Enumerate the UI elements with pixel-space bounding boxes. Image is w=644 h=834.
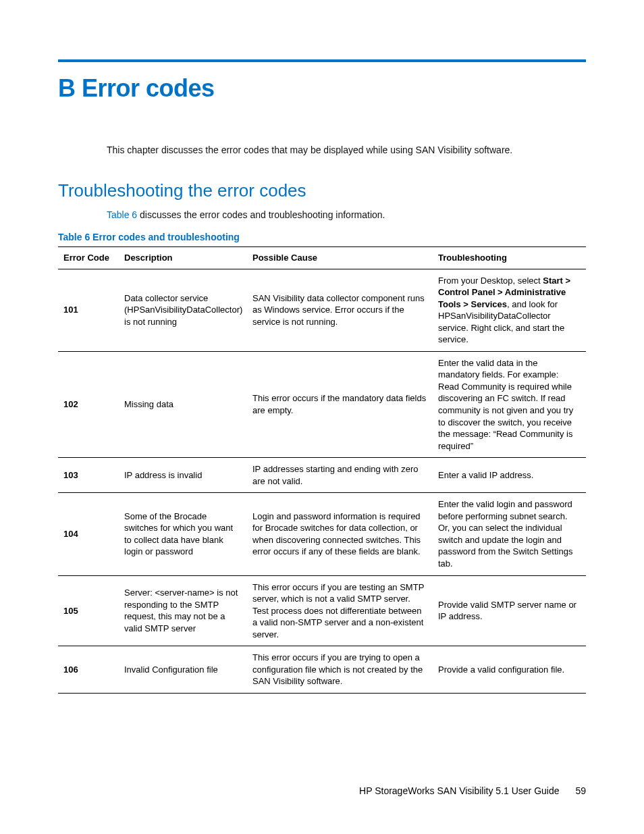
table-row: 102Missing dataThis error occurs if the … [58,351,586,457]
cell-troubleshooting: Provide a valid configuration file. [433,646,586,694]
cell-troubleshooting: Enter the valid data in the mandatory fi… [433,351,586,457]
cell-error-code: 103 [58,458,119,493]
cell-description: Data collector service (HPSanVisibilityD… [119,269,247,351]
cell-possible-cause: Login and password information is requir… [247,493,433,575]
trbl-text: Enter the valid login and password befor… [438,499,572,569]
page-footer: HP StorageWorks SAN Visibility 5.1 User … [359,785,586,796]
header-rule [58,59,586,62]
table-row: 101Data collector service (HPSanVisibili… [58,269,586,351]
cell-error-code: 106 [58,646,119,694]
cell-description: Some of the Brocade switches for which y… [119,493,247,575]
trbl-text: From your Desktop, select [438,276,543,286]
cell-possible-cause: This error occurs if you are testing an … [247,575,433,646]
chapter-intro: This chapter discusses the error codes t… [107,143,586,157]
cell-error-code: 104 [58,493,119,575]
section-intro: Table 6 discusses the error codes and tr… [107,208,586,222]
section-intro-rest: discusses the error codes and troublesho… [137,209,385,220]
cell-troubleshooting: Enter a valid IP address. [433,458,586,493]
cell-description: IP address is invalid [119,458,247,493]
cell-error-code: 101 [58,269,119,351]
footer-page-number: 59 [575,785,586,796]
cell-description: Server: <server-name> is not responding … [119,575,247,646]
cell-troubleshooting: Enter the valid login and password befor… [433,493,586,575]
cell-possible-cause: SAN Visibility data collector component … [247,269,433,351]
cell-possible-cause: This error occurs if the mandatory data … [247,351,433,457]
page: B Error codes This chapter discusses the… [0,0,644,834]
table-row: 106Invalid Configuration fileThis error … [58,646,586,694]
th-description: Description [119,247,247,269]
table-row: 105Server: <server-name> is not respondi… [58,575,586,646]
th-error-code: Error Code [58,247,119,269]
table-row: 104Some of the Brocade switches for whic… [58,493,586,575]
table-row: 103IP address is invalidIP addresses sta… [58,458,586,493]
cell-error-code: 105 [58,575,119,646]
trbl-text: Provide valid SMTP server name or IP add… [438,600,576,622]
th-troubleshooting: Troubleshooting [433,247,586,269]
cell-troubleshooting: From your Desktop, select Start > Contro… [433,269,586,351]
section-title: Troubleshooting the error codes [58,180,586,201]
th-possible-cause: Possible Cause [247,247,433,269]
trbl-text: Enter a valid IP address. [438,470,533,480]
trbl-text: Enter the valid data in the mandatory fi… [438,358,573,451]
cell-error-code: 102 [58,351,119,457]
table-caption: Table 6 Error codes and troubleshooting [58,232,586,242]
cell-description: Missing data [119,351,247,457]
error-codes-table: Error Code Description Possible Cause Tr… [58,246,586,694]
trbl-text: Provide a valid configuration file. [438,664,564,675]
footer-doc-title: HP StorageWorks SAN Visibility 5.1 User … [359,785,559,796]
table-xref: Table 6 [107,209,137,220]
cell-possible-cause: IP addresses starting and ending with ze… [247,458,433,493]
cell-troubleshooting: Provide valid SMTP server name or IP add… [433,575,586,646]
cell-possible-cause: This error occurs if you are trying to o… [247,646,433,694]
appendix-title: B Error codes [58,74,586,103]
table-header-row: Error Code Description Possible Cause Tr… [58,247,586,269]
cell-description: Invalid Configuration file [119,646,247,694]
